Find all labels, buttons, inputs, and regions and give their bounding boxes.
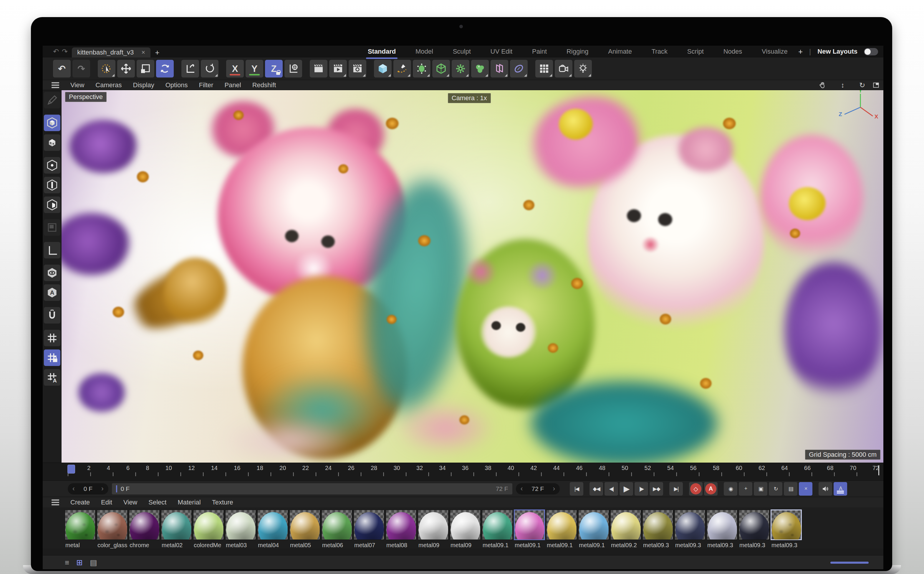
maximize-view-icon[interactable]: [872, 81, 880, 89]
tweak-mode-icon[interactable]: [44, 92, 60, 109]
material-item[interactable]: metal09.1: [578, 510, 609, 549]
keyframe-selection-button[interactable]: ◉: [724, 482, 737, 496]
material-item[interactable]: metal03: [225, 510, 256, 549]
volume-builder-icon[interactable]: [471, 60, 489, 77]
prev-key-button[interactable]: ◆◀: [589, 482, 603, 496]
layout-tab[interactable]: Nodes: [723, 47, 743, 57]
material-thumbnail[interactable]: [289, 510, 320, 540]
material-thumbnail[interactable]: [225, 510, 256, 540]
generator-cube-icon[interactable]: [432, 60, 450, 77]
live-selection-tool-icon[interactable]: [98, 60, 115, 77]
material-item[interactable]: metal08: [386, 510, 416, 549]
layouts-toggle[interactable]: [864, 48, 878, 55]
viewport-solo-auto-icon[interactable]: [44, 284, 60, 301]
quantize-icon[interactable]: [44, 369, 60, 386]
record-position-button[interactable]: +: [739, 482, 752, 496]
list-view-icon[interactable]: ≡: [65, 558, 69, 567]
add-layout-button[interactable]: +: [798, 47, 803, 56]
browser-view-icon[interactable]: ▤: [90, 558, 97, 567]
layout-tab[interactable]: Model: [415, 47, 434, 57]
material-item[interactable]: metal09.3: [674, 510, 705, 549]
record-keyframe-button[interactable]: ◇: [689, 482, 702, 496]
material-item[interactable]: metal04: [257, 510, 288, 549]
layout-tab[interactable]: Rigging: [566, 47, 589, 57]
record-scale-button[interactable]: ▣: [754, 482, 767, 496]
material-item[interactable]: metal09.1: [514, 510, 545, 549]
material-item[interactable]: metal07: [354, 510, 384, 549]
viewport-menu-item[interactable]: Options: [165, 81, 188, 89]
material-thumbnail[interactable]: [322, 510, 352, 540]
play-button[interactable]: ▶: [619, 482, 633, 496]
layout-tab[interactable]: Script: [687, 47, 704, 57]
layout-tab[interactable]: Sculpt: [452, 47, 471, 57]
edges-mode-icon[interactable]: [44, 177, 60, 193]
rotate-tool-icon[interactable]: [156, 60, 174, 77]
material-item[interactable]: metal09: [418, 510, 448, 549]
timeline-slider[interactable]: 0 F 72 F: [112, 483, 512, 494]
layout-tab[interactable]: Standard: [367, 47, 396, 57]
material-menu-item[interactable]: View: [123, 498, 137, 506]
material-thumbnail[interactable]: [546, 510, 577, 540]
material-item[interactable]: metal06: [322, 510, 352, 549]
lock-x-axis-icon[interactable]: X: [226, 60, 244, 77]
material-thumbnail[interactable]: [450, 510, 481, 540]
material-thumbnail[interactable]: [771, 510, 801, 540]
spinner-prev-icon[interactable]: ‹: [520, 485, 523, 493]
history-forward-icon[interactable]: ↷: [62, 47, 68, 56]
camera-hud-chip[interactable]: Camera : 1x: [448, 93, 491, 103]
material-item[interactable]: metal05: [289, 510, 320, 549]
material-menu-item[interactable]: Create: [71, 498, 90, 506]
material-item[interactable]: metal09.2: [610, 510, 641, 549]
defaults-mode-icon[interactable]: [44, 219, 60, 236]
horizontal-scrollbar[interactable]: [830, 561, 869, 564]
material-item[interactable]: metal02: [161, 510, 192, 549]
material-thumbnail[interactable]: [643, 510, 673, 540]
material-item[interactable]: metal09: [450, 510, 481, 549]
material-thumbnail[interactable]: [354, 510, 384, 540]
record-pla-button[interactable]: ×: [799, 482, 812, 496]
spinner-next-icon[interactable]: ›: [101, 485, 104, 493]
redo-icon[interactable]: ↷: [72, 60, 90, 77]
material-thumbnail[interactable]: [97, 510, 127, 540]
material-thumbnail[interactable]: [578, 510, 609, 540]
render-view-icon[interactable]: [310, 60, 327, 77]
history-back-icon[interactable]: ↶: [53, 47, 59, 56]
timeline-ruler[interactable]: 0246810121416182022242628303234363840424…: [43, 463, 883, 480]
material-item[interactable]: metal09.3: [739, 510, 769, 549]
layout-tab[interactable]: UV Edit: [490, 47, 513, 57]
camera-object-icon[interactable]: [555, 60, 572, 77]
material-item[interactable]: color_glass: [97, 510, 127, 549]
document-tab[interactable]: kittenbash_draft_v3 ×: [72, 47, 151, 57]
lock-y-axis-icon[interactable]: Y: [245, 60, 263, 77]
lock-z-axis-icon[interactable]: Z: [265, 60, 283, 77]
material-thumbnail[interactable]: [610, 510, 641, 540]
autokey-button[interactable]: A: [704, 482, 718, 496]
material-menu-item[interactable]: Select: [148, 498, 167, 506]
spinner-prev-icon[interactable]: ‹: [72, 485, 75, 493]
move-tool-icon[interactable]: [117, 60, 135, 77]
snap-icon[interactable]: [44, 307, 60, 323]
material-thumbnail[interactable]: [65, 510, 96, 540]
polygons-mode-icon[interactable]: [44, 197, 60, 213]
next-key-button[interactable]: ▶◆: [649, 482, 663, 496]
model-mode-icon[interactable]: [44, 115, 60, 131]
locked-workplane-icon[interactable]: [44, 350, 60, 366]
material-item[interactable]: metal09.3: [771, 510, 801, 549]
layout-tab[interactable]: Visualize: [761, 47, 788, 57]
material-item[interactable]: metal09.3: [643, 510, 673, 549]
pan-view-icon[interactable]: [819, 81, 826, 89]
grid-view-icon[interactable]: ⊞: [76, 558, 83, 567]
layout-tab[interactable]: Paint: [531, 47, 547, 57]
rotate-generic-tool-icon[interactable]: [201, 60, 218, 77]
viewport-menu-item[interactable]: Cameras: [96, 81, 122, 89]
material-thumbnail[interactable]: [739, 510, 769, 540]
animation-palette-button[interactable]: A: [834, 482, 847, 496]
viewport-solo-icon[interactable]: [44, 265, 60, 281]
layout-tab[interactable]: Track: [651, 47, 668, 57]
record-rotation-button[interactable]: ↻: [769, 482, 783, 496]
material-item[interactable]: metal09.1: [482, 510, 513, 549]
viewport-render[interactable]: Perspective Camera : 1x Grid Spacing : 5…: [61, 90, 883, 463]
last-used-tool-icon[interactable]: [181, 60, 199, 77]
generator-gear-icon[interactable]: [452, 60, 469, 77]
material-thumbnail[interactable]: [482, 510, 513, 540]
